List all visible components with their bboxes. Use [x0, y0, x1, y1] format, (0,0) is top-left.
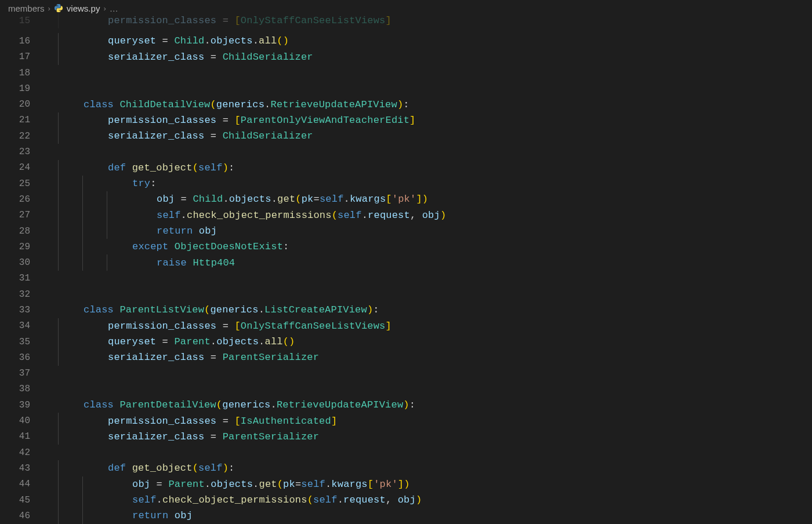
- code-content[interactable]: permission_classes = [ParentOnlyViewAndT…: [92, 115, 416, 126]
- code-line[interactable]: 44obj = Parent.objects.get(pk=self.kwarg…: [0, 476, 812, 492]
- code-content[interactable]: permission_classes = [OnlyStaffCanSeeLis…: [92, 15, 392, 26]
- code-line[interactable]: 30raise Http404: [0, 254, 812, 270]
- line-number: 30: [0, 257, 43, 268]
- code-line[interactable]: 38: [0, 381, 812, 397]
- code-content[interactable]: def get_object(self):: [92, 162, 234, 173]
- code-content[interactable]: class ParentDetailView(generics.Retrieve…: [67, 399, 415, 410]
- code-content[interactable]: obj = Parent.objects.get(pk=self.kwargs[…: [116, 479, 410, 490]
- code-line[interactable]: 20class ChildDetailView(generics.Retriev…: [0, 96, 812, 112]
- breadcrumb-folder[interactable]: members: [8, 3, 45, 13]
- python-file-icon: [54, 3, 63, 13]
- line-number: 32: [0, 289, 43, 300]
- code-line[interactable]: 36serializer_class = ParentSerializer: [0, 350, 812, 365]
- code-content[interactable]: def get_object(self):: [92, 463, 234, 474]
- code-line[interactable]: 41serializer_class = ParentSerializer: [0, 429, 812, 445]
- line-number: 45: [0, 495, 43, 505]
- code-content[interactable]: class ParentListView(generics.ListCreate…: [67, 304, 379, 315]
- line-number: 36: [0, 352, 43, 363]
- line-number: 22: [0, 131, 43, 141]
- code-line[interactable]: 16queryset = Child.objects.all(): [0, 33, 812, 49]
- code-content[interactable]: class ChildDetailView(generics.RetrieveU…: [67, 99, 409, 110]
- code-line[interactable]: 40permission_classes = [IsAuthenticated]: [0, 413, 812, 428]
- code-content[interactable]: raise Http404: [140, 257, 235, 268]
- line-number: 21: [0, 115, 43, 125]
- line-number: 44: [0, 479, 43, 489]
- line-number: 24: [0, 162, 43, 173]
- code-content[interactable]: serializer_class = ParentSerializer: [92, 352, 319, 363]
- line-number: 41: [0, 431, 43, 442]
- code-line[interactable]: 23: [0, 144, 812, 159]
- code-content[interactable]: serializer_class = ParentSerializer: [92, 431, 319, 442]
- code-line[interactable]: 28return obj: [0, 223, 812, 239]
- code-content[interactable]: queryset = Parent.objects.all(): [92, 336, 295, 347]
- code-line[interactable]: 19: [0, 81, 812, 96]
- code-content[interactable]: return obj: [140, 225, 217, 236]
- code-line[interactable]: 32: [0, 286, 812, 302]
- code-line[interactable]: 24def get_object(self):: [0, 160, 812, 176]
- line-number: 42: [0, 447, 43, 458]
- line-number: 18: [0, 68, 43, 78]
- line-number: 33: [0, 305, 43, 315]
- chevron-right-icon: ›: [103, 4, 106, 13]
- code-line[interactable]: 35queryset = Parent.objects.all(): [0, 334, 812, 350]
- code-line[interactable]: 37: [0, 366, 812, 381]
- code-content[interactable]: return obj: [116, 510, 193, 521]
- code-line[interactable]: 18: [0, 65, 812, 81]
- line-number: 26: [0, 194, 43, 205]
- line-number: 29: [0, 242, 43, 252]
- code-content[interactable]: serializer_class = ChildSerializer: [92, 52, 313, 63]
- code-line[interactable]: 34permission_classes = [OnlyStaffCanSeeL…: [0, 318, 812, 334]
- breadcrumb-file[interactable]: views.py: [67, 3, 100, 13]
- code-content[interactable]: except ObjectDoesNotExist:: [116, 241, 289, 252]
- code-editor[interactable]: 15permission_classes = [OnlyStaffCanSeeL…: [0, 16, 812, 524]
- breadcrumb-trail[interactable]: …: [110, 3, 118, 13]
- code-content[interactable]: queryset = Child.objects.all(): [92, 35, 289, 46]
- chevron-right-icon: ›: [48, 4, 50, 13]
- line-number: 39: [0, 400, 43, 410]
- code-content[interactable]: permission_classes = [IsAuthenticated]: [92, 416, 337, 427]
- code-line[interactable]: 46return obj: [0, 508, 812, 523]
- line-number: 34: [0, 321, 43, 331]
- code-line[interactable]: 17serializer_class = ChildSerializer: [0, 49, 812, 65]
- code-line[interactable]: 27self.check_object_permissions(self.req…: [0, 208, 812, 223]
- line-number: 40: [0, 416, 43, 426]
- line-number: 17: [0, 52, 43, 62]
- line-number: 16: [0, 36, 43, 46]
- line-number: 38: [0, 384, 43, 394]
- code-line[interactable]: 39class ParentDetailView(generics.Retrie…: [0, 397, 812, 413]
- line-number: 31: [0, 273, 43, 283]
- code-content[interactable]: permission_classes = [OnlyStaffCanSeeLis…: [92, 321, 392, 332]
- line-number: 43: [0, 463, 43, 474]
- code-line[interactable]: 25try:: [0, 176, 812, 191]
- line-number: 27: [0, 210, 43, 220]
- code-line[interactable]: 43def get_object(self):: [0, 460, 812, 476]
- code-line[interactable]: 15permission_classes = [OnlyStaffCanSeeL…: [0, 13, 812, 28]
- code-content[interactable]: try:: [116, 178, 157, 189]
- code-line[interactable]: 26obj = Child.objects.get(pk=self.kwargs…: [0, 191, 812, 207]
- line-number: 25: [0, 179, 43, 189]
- line-number: 37: [0, 368, 43, 379]
- line-number: 20: [0, 99, 43, 110]
- line-number: 19: [0, 83, 43, 94]
- line-number: 35: [0, 337, 43, 347]
- code-line[interactable]: 21permission_classes = [ParentOnlyViewAn…: [0, 112, 812, 128]
- code-content[interactable]: self.check_object_permissions(self.reque…: [140, 210, 446, 221]
- code-line[interactable]: 45self.check_object_permissions(self.req…: [0, 492, 812, 508]
- code-line[interactable]: 29except ObjectDoesNotExist:: [0, 239, 812, 254]
- line-number: 28: [0, 226, 43, 236]
- code-line[interactable]: 31: [0, 271, 812, 286]
- code-content[interactable]: serializer_class = ChildSerializer: [92, 130, 313, 141]
- code-line[interactable]: 42: [0, 445, 812, 460]
- code-content[interactable]: self.check_object_permissions(self.reque…: [116, 494, 422, 505]
- line-number: 23: [0, 147, 43, 157]
- code-line[interactable]: 22serializer_class = ChildSerializer: [0, 128, 812, 144]
- code-content[interactable]: obj = Child.objects.get(pk=self.kwargs['…: [140, 194, 428, 205]
- code-line[interactable]: 33class ParentListView(generics.ListCrea…: [0, 302, 812, 318]
- line-number: 15: [0, 16, 43, 26]
- line-number: 46: [0, 511, 43, 521]
